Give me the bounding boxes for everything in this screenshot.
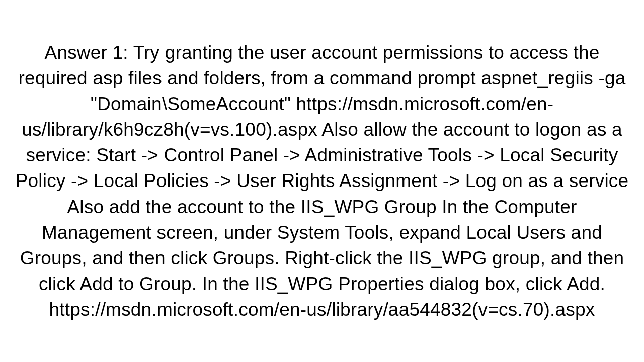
answer-text-block: Answer 1: Try granting the user account … [10, 40, 634, 322]
